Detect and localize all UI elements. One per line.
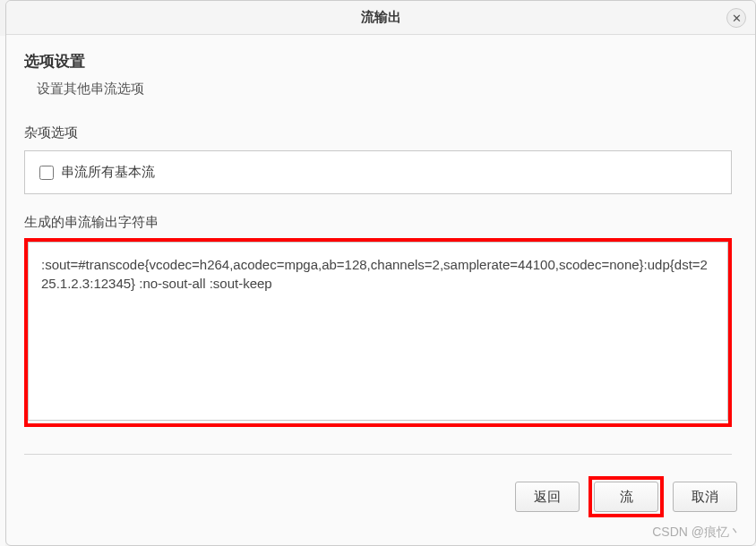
stream-all-es-checkbox[interactable] — [39, 166, 54, 180]
stream-all-es-label[interactable]: 串流所有基本流 — [61, 164, 155, 181]
stream-button[interactable]: 流 — [594, 482, 658, 512]
titlebar: 流输出 ✕ — [6, 1, 755, 35]
options-subtitle: 设置其他串流选项 — [37, 81, 732, 98]
dialog-content: 选项设置 设置其他串流选项 杂项选项 串流所有基本流 生成的串流输出字符串 :s… — [6, 35, 755, 464]
output-string-textarea[interactable]: :sout=#transcode{vcodec=h264,acodec=mpga… — [28, 242, 728, 421]
options-heading: 选项设置 — [24, 51, 732, 72]
button-bar: 返回 流 取消 — [6, 464, 755, 530]
dialog-title: 流输出 — [361, 9, 401, 26]
separator — [24, 454, 732, 455]
back-button[interactable]: 返回 — [515, 482, 580, 512]
output-string-label: 生成的串流输出字符串 — [24, 214, 732, 231]
cancel-button[interactable]: 取消 — [673, 482, 737, 512]
stream-output-dialog: 流输出 ✕ 选项设置 设置其他串流选项 杂项选项 串流所有基本流 生成的串流输出… — [5, 0, 756, 546]
stream-highlight-box: 流 — [588, 476, 664, 517]
output-highlight-box: :sout=#transcode{vcodec=h264,acodec=mpga… — [24, 238, 732, 427]
misc-options-panel: 串流所有基本流 — [24, 150, 732, 194]
misc-options-label: 杂项选项 — [24, 124, 732, 141]
stream-all-es-row: 串流所有基本流 — [39, 164, 717, 181]
close-button[interactable]: ✕ — [726, 8, 746, 28]
close-icon: ✕ — [732, 12, 742, 25]
